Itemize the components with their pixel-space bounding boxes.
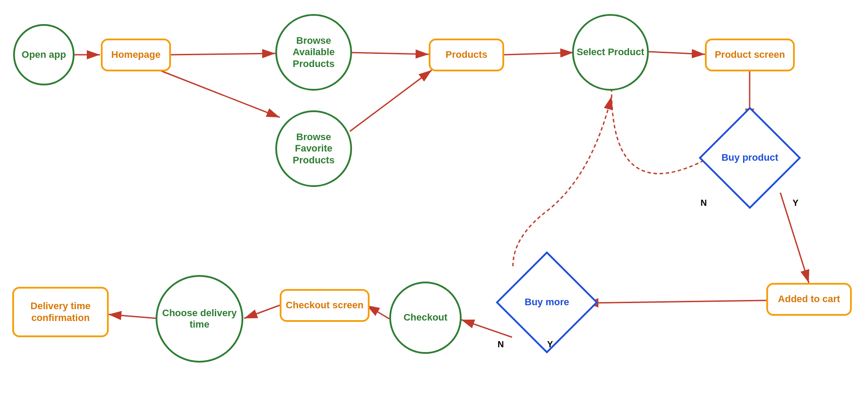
browse-available-node: Browse Available Products [275,14,352,91]
homepage-node: Homepage [101,39,171,71]
svg-line-7 [153,68,280,117]
flowchart-diagram: Open app Homepage Browse Available Produ… [0,0,868,395]
svg-line-8 [350,70,432,131]
svg-line-12 [461,320,512,337]
buy-more-label: Buy more [525,296,569,308]
buy-product-inner: Buy product [715,123,784,192]
delivery-confirmation-node: Delivery time confirmation [12,287,109,337]
added-to-cart-node: Added to cart [766,283,852,316]
buy-product-n-label: N [701,198,707,208]
svg-line-5 [504,53,573,55]
svg-line-3 [171,53,275,55]
browse-favorite-node: Browse Favorite Products [275,110,352,187]
buy-more-y-label: Y [547,339,553,349]
buy-product-node: Buy product [699,107,801,209]
buy-product-label: Buy product [722,152,779,163]
checkout-screen-label: Checkout screen [286,300,363,311]
browse-available-label: Browse Available Products [277,35,350,70]
open-app-label: Open app [21,49,66,60]
products-node: Products [429,39,504,71]
svg-line-13 [366,305,389,319]
svg-line-4 [351,53,429,54]
svg-line-14 [244,305,280,318]
svg-line-6 [649,52,705,54]
browse-favorite-label: Browse Favorite Products [277,131,350,166]
checkout-screen-node: Checkout screen [280,289,370,322]
buy-product-y-label: Y [793,198,798,208]
svg-line-11 [585,300,766,303]
buy-more-n-label: N [498,339,504,349]
select-product-label: Select Product [576,46,644,58]
choose-delivery-node: Choose delivery time [156,275,243,363]
checkout-node: Checkout [389,282,462,354]
select-product-node: Select Product [572,14,649,91]
product-screen-node: Product screen [705,39,795,71]
added-to-cart-label: Added to cart [778,293,840,305]
svg-line-15 [108,314,157,318]
buy-more-node: Buy more [496,251,598,353]
buy-more-inner: Buy more [512,268,581,337]
open-app-node: Open app [13,24,75,85]
choose-delivery-label: Choose delivery time [157,307,242,331]
product-screen-label: Product screen [715,49,785,60]
homepage-label: Homepage [111,49,160,60]
checkout-label: Checkout [403,312,447,323]
products-label: Products [445,49,487,60]
delivery-confirmation-label: Delivery time confirmation [14,300,107,324]
